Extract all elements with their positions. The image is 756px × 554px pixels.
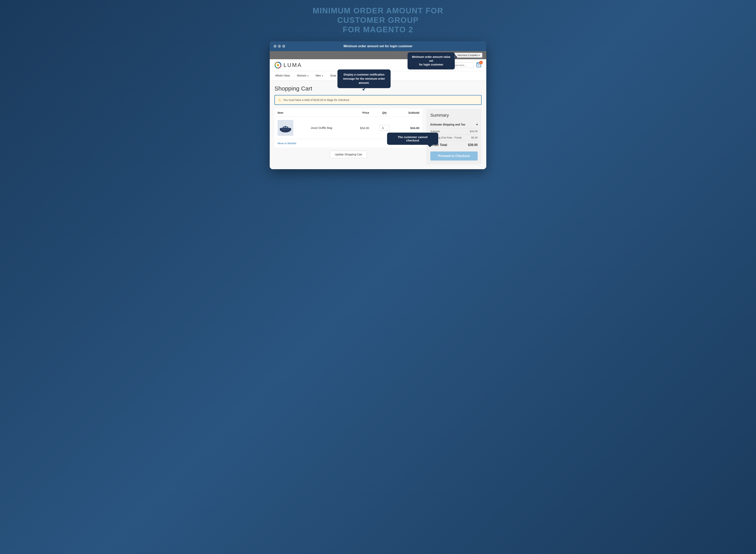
nav-item-men[interactable]: Men ▾ — [315, 71, 324, 80]
top-bar: Welcome, Veronica Costello! Minimum orde… — [270, 51, 486, 59]
chevron-down-icon: ▾ — [476, 123, 477, 126]
svg-point-1 — [277, 64, 279, 66]
qty-input[interactable] — [380, 125, 390, 131]
product-name-cell: Joust Duffle Bag — [307, 117, 349, 139]
browser-dot-green — [282, 45, 285, 48]
summary-title: Summary — [431, 113, 477, 118]
notification-message: You must have a total of $100.00 to Bags… — [283, 98, 349, 102]
product-image — [278, 120, 293, 136]
cannot-checkout-tooltip: The customer cannot checkout — [387, 132, 438, 145]
svg-point-6 — [280, 128, 281, 131]
min-order-tooltip: Minimum order amount value set for login… — [408, 52, 455, 69]
browser-titlebar: Minimum order amount set for login custo… — [270, 41, 486, 51]
hero-title: MINIMUM ORDER AMOUNT FOR CUSTOMER GROUP … — [289, 6, 467, 34]
browser-dot-red — [274, 45, 276, 48]
logo-icon — [274, 62, 282, 69]
update-cart-button[interactable]: Update Shopping Cart — [330, 151, 367, 158]
browser-window: Minimum order amount set for login custo… — [270, 41, 486, 169]
browser-dots — [274, 45, 285, 48]
update-cart-row: Update Shopping Cart — [274, 151, 422, 158]
hero-section: MINIMUM ORDER AMOUNT FOR CUSTOMER GROUP … — [289, 6, 467, 34]
logo-area: LUMA — [274, 62, 302, 69]
notification-tooltip-box: Display a customer notification message … — [338, 69, 391, 88]
browser-tab-title: Minimum order amount set for login custo… — [344, 45, 412, 48]
cart-badge: 1 — [479, 61, 483, 64]
svg-point-7 — [290, 128, 291, 131]
product-image-cell — [274, 117, 307, 139]
col-price: Price — [349, 109, 372, 117]
bag-image — [279, 121, 292, 135]
notification-wrapper: Display a customer notification message … — [274, 95, 482, 105]
main-content: Shopping Cart Display a customer notific… — [270, 80, 486, 169]
nav-item-whats-new[interactable]: What's New — [274, 71, 291, 80]
browser-dot-yellow — [278, 45, 281, 48]
cart-icon-wrap[interactable]: 1 — [476, 62, 482, 68]
notification-bar: ⚠ You must have a total of $100.00 to Ba… — [274, 95, 482, 105]
logo-text: LUMA — [284, 62, 302, 68]
store-wrapper: Welcome, Veronica Costello! Minimum orde… — [270, 51, 486, 169]
col-subtotal: Subtotal — [397, 109, 422, 117]
move-to-wishlist-link[interactable]: Move to Wishlist — [278, 142, 296, 145]
min-order-tooltip-box: Minimum order amount value set for login… — [408, 52, 455, 69]
col-qty: Qty — [372, 109, 397, 117]
checkout-button[interactable]: Proceed to Checkout — [431, 152, 477, 161]
chevron-down-icon: ▾ — [322, 75, 323, 77]
estimate-shipping-row[interactable]: Estimate Shipping and Tax ▾ — [431, 121, 477, 128]
chevron-down-icon: ▾ — [307, 75, 308, 77]
svg-rect-4 — [280, 128, 291, 131]
notification-tooltip: Display a customer notification message … — [338, 69, 391, 88]
warning-icon: ⚠ — [278, 98, 281, 102]
col-item: Item — [274, 109, 349, 117]
cart-layout: Item Price Qty Subtotal — [274, 109, 482, 164]
nav-item-women[interactable]: Women ▾ — [296, 71, 309, 80]
price-cell: $34.00 — [349, 117, 372, 139]
product-name: Joust Duffle Bag — [311, 126, 332, 129]
summary-box: The customer cannot checkout Summary Est… — [426, 109, 482, 164]
